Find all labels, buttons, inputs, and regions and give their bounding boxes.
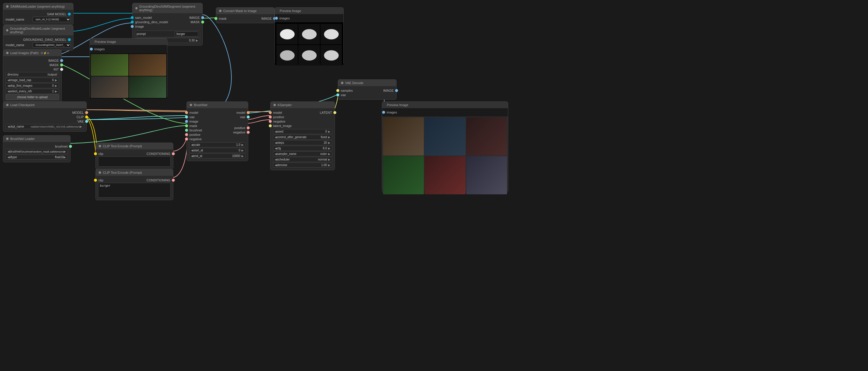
brushnet-model-input[interactable] [185,111,188,114]
start-at-left[interactable]: ◀ [191,149,193,152]
convert-mask-dot [219,10,221,12]
brushnet-negative-output-label: negative [233,131,245,134]
cfg-left[interactable]: ◀ [275,147,277,150]
ksampler-title: KSampler [278,103,292,107]
sam-model-output-port[interactable] [68,12,71,16]
brushnet-negative-output-port[interactable] [247,131,250,134]
preview-image-top-node: Preview Image images [275,7,344,65]
skip-first-images-value: 0 [52,84,54,87]
ksampler-positive-input[interactable] [269,116,272,118]
brushnet-val-right[interactable]: ▶ [64,150,66,153]
ksampler-latent-input[interactable] [269,124,272,127]
image-input-port[interactable] [131,25,134,28]
scale-left[interactable]: ◀ [191,143,193,146]
preview-images-input-port[interactable] [90,48,93,51]
grounding-dino-model-select[interactable]: GroundingDINO_SwinT_OGC (694MB) [33,42,71,48]
dtype-right[interactable]: ▶ [64,155,66,159]
denoise-right[interactable]: ▶ [328,164,331,167]
control-right[interactable]: ▶ [328,136,331,139]
seed-right[interactable]: ▶ [328,130,331,133]
brushnet-vae-output-port[interactable] [247,116,250,118]
end-at-left[interactable]: ◀ [191,154,193,158]
seed-left[interactable]: ◀ [275,130,277,133]
brushnet-positive-input[interactable] [185,133,188,136]
select-every-nth-right[interactable]: ▶ [55,90,57,93]
skip-first-images-left[interactable]: ◀ [7,84,10,87]
int-output-port[interactable] [60,68,63,71]
brushnet-output-port[interactable] [69,145,72,148]
mask-output-port[interactable] [201,21,204,24]
brushnet-val-left[interactable]: ◀ [7,150,10,153]
sampler-right[interactable]: ▶ [328,152,331,155]
brushnet-image-input[interactable] [185,120,188,123]
choose-folder-button[interactable]: choose folder to upload [6,94,59,100]
vae-decode-header: VAE Decode [338,80,396,86]
clip-output-port[interactable] [85,116,88,118]
image-output-port[interactable] [201,16,204,19]
mask-input-port[interactable] [214,17,217,20]
start-at-label: start_at [193,149,237,152]
denoise-left[interactable]: ◀ [275,164,277,167]
dtype-left[interactable]: ◀ [7,155,10,159]
scheduler-value: normal [318,158,327,161]
select-every-nth-label: select_every_nth [10,90,51,93]
vae-decode-vae-input[interactable] [336,93,339,96]
model-output-port[interactable] [85,111,88,114]
grounding-dino-output-port[interactable] [68,38,71,41]
clip1-input-port[interactable] [94,152,97,155]
start-at-value: 0 [239,149,240,152]
scheduler-left[interactable]: ◀ [275,158,277,161]
prompt-input[interactable] [175,31,198,36]
image-load-cap-right[interactable]: ▶ [55,79,57,82]
ksampler-latent-input-label: latent_image [273,124,292,127]
ckpt-right-arrow[interactable]: ▶ [80,125,82,128]
image-output-port2[interactable] [60,59,63,62]
sampler-left[interactable]: ◀ [275,152,277,155]
brushnet-model-output-label: model [237,111,245,114]
threshold-right-arrow[interactable]: ▶ [196,39,198,42]
brushnet-model-output-port[interactable] [247,111,250,114]
brushnet-positive-output-port[interactable] [247,126,250,130]
clip2-input-port[interactable] [94,179,97,182]
ksampler-latent-output-port[interactable] [333,111,336,114]
mask-cell-2 [299,24,320,45]
mask-output-port2[interactable] [60,63,63,66]
clip1-text-area[interactable] [98,156,170,167]
mask-output-label: MASK [191,20,200,24]
scale-right[interactable]: ▶ [242,143,244,146]
scheduler-right[interactable]: ▶ [328,158,331,161]
conditioning1-output-port[interactable] [172,152,175,155]
ksampler-model-input[interactable] [269,111,272,114]
end-at-right[interactable]: ▶ [242,154,244,158]
preview-image-bottom-title: Preview Image [387,103,408,107]
brushnet-brushnet-input[interactable] [185,129,188,132]
model-name-select[interactable]: sam_vit_h (2.56GB) [33,17,71,22]
vae-decode-samples-input[interactable] [336,89,339,92]
clip2-text-area[interactable]: burger [98,183,170,198]
skip-first-images-right[interactable]: ▶ [55,84,57,87]
steps-right[interactable]: ▶ [328,141,331,144]
ckpt-left-arrow[interactable]: ◀ [7,125,10,128]
vae-output-port[interactable] [85,120,88,123]
brushnet-vae-input[interactable] [185,116,188,118]
brushnet-negative-input[interactable] [185,138,188,141]
cfg-right[interactable]: ▶ [328,147,331,150]
image-load-cap-value: 6 [52,79,54,82]
ksampler-negative-input[interactable] [269,120,272,123]
select-every-nth-left[interactable]: ◀ [7,90,10,93]
load-images-path-node: Load Images (Path) ⚙⚡★ IMAGE MASK INT di… [3,49,62,102]
brushnet-mask-input[interactable] [185,124,188,127]
seed-label: seed [277,130,324,133]
vae-decode-image-output-port[interactable] [395,89,398,92]
sam-model-input-port[interactable] [131,16,134,19]
steps-left[interactable]: ◀ [275,141,277,144]
control-left[interactable]: ◀ [275,136,277,139]
image-load-cap-left[interactable]: ◀ [7,79,10,82]
grounding-dino-model-input-port[interactable] [131,21,134,24]
conditioning2-output-port[interactable] [172,179,175,182]
preview-top-images-port[interactable] [275,17,278,20]
preview-image-bottom-node: Preview Image images [382,102,508,193]
model-name-label2: model_name [6,43,24,47]
preview-bottom-images-port[interactable] [382,111,385,114]
start-at-right[interactable]: ▶ [242,149,244,152]
